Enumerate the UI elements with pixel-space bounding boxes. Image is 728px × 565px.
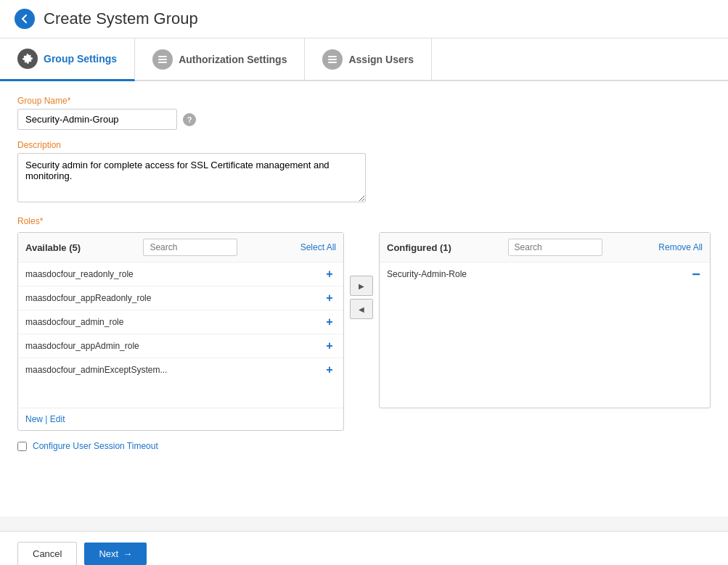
add-role-button[interactable]: + bbox=[323, 363, 336, 376]
authorization-icon bbox=[152, 49, 173, 70]
session-timeout-checkbox[interactable] bbox=[17, 442, 27, 451]
configured-roles-list: Security-Admin-Role − bbox=[380, 263, 710, 408]
group-name-group: Group Name* ? bbox=[17, 96, 711, 130]
roles-container: Available (5) Select All maasdocfour_rea… bbox=[17, 232, 711, 431]
transfer-right-button[interactable]: ▶ bbox=[350, 276, 373, 296]
help-icon[interactable]: ? bbox=[183, 113, 196, 126]
next-label: Next bbox=[99, 548, 118, 559]
tab-assign-users[interactable]: Assign Users bbox=[305, 38, 431, 80]
list-item: maasdocfour_adminExceptSystem... + bbox=[18, 358, 343, 382]
svg-rect-1 bbox=[158, 59, 167, 60]
role-name: Security-Admin-Role bbox=[387, 269, 467, 279]
available-panel: Available (5) Select All maasdocfour_rea… bbox=[17, 232, 344, 431]
configured-panel-header: Configured (1) Remove All bbox=[380, 233, 710, 263]
add-role-button[interactable]: + bbox=[323, 316, 336, 329]
available-search-input[interactable] bbox=[143, 239, 237, 256]
remove-all-link[interactable]: Remove All bbox=[658, 242, 703, 252]
svg-rect-5 bbox=[328, 62, 337, 63]
transfer-left-button[interactable]: ◀ bbox=[350, 299, 373, 319]
content-area: Group Name* ? Description Security admin… bbox=[0, 81, 728, 516]
list-item: maasdocfour_readonly_role + bbox=[18, 263, 343, 286]
footer-bar: Cancel Next → bbox=[0, 531, 728, 565]
svg-rect-0 bbox=[158, 56, 167, 57]
edit-role-link[interactable]: Edit bbox=[50, 414, 65, 424]
svg-rect-2 bbox=[158, 62, 167, 63]
tabs-bar: Group Settings Authorization Settings As… bbox=[0, 38, 728, 81]
group-name-input[interactable] bbox=[17, 109, 177, 130]
select-all-link[interactable]: Select All bbox=[300, 242, 336, 252]
configured-search-input[interactable] bbox=[508, 239, 602, 256]
available-roles-list: maasdocfour_readonly_role + maasdocfour_… bbox=[18, 263, 343, 408]
list-item: maasdocfour_appAdmin_role + bbox=[18, 334, 343, 358]
group-name-label: Group Name* bbox=[17, 96, 711, 106]
configured-panel-title: Configured (1) bbox=[387, 242, 451, 253]
list-item: maasdocfour_admin_role + bbox=[18, 310, 343, 334]
role-name: maasdocfour_adminExceptSystem... bbox=[25, 365, 167, 375]
role-name: maasdocfour_appAdmin_role bbox=[25, 341, 139, 351]
roles-label: Roles* bbox=[17, 216, 711, 226]
back-button[interactable] bbox=[15, 9, 35, 29]
next-button[interactable]: Next → bbox=[84, 543, 147, 565]
list-item: Security-Admin-Role − bbox=[380, 263, 710, 286]
add-role-button[interactable]: + bbox=[323, 268, 336, 281]
add-role-button[interactable]: + bbox=[323, 292, 336, 305]
role-name: maasdocfour_admin_role bbox=[25, 317, 123, 327]
role-name: maasdocfour_readonly_role bbox=[25, 269, 134, 279]
assign-users-icon bbox=[322, 49, 343, 70]
description-input[interactable]: Security admin for complete access for S… bbox=[17, 153, 366, 202]
tab-authorization-label: Authorization Settings bbox=[179, 54, 287, 65]
tab-group-settings-label: Group Settings bbox=[44, 53, 117, 65]
session-timeout-row: Configure User Session Timeout bbox=[17, 441, 711, 451]
next-arrow-icon: → bbox=[123, 548, 132, 559]
svg-rect-3 bbox=[328, 56, 337, 57]
list-item: maasdocfour_appReadonly_role + bbox=[18, 286, 343, 310]
page-header: Create System Group bbox=[0, 0, 728, 38]
configured-panel: Configured (1) Remove All Security-Admin… bbox=[379, 232, 711, 408]
gear-icon bbox=[17, 49, 38, 69]
remove-role-button[interactable]: − bbox=[690, 268, 703, 281]
description-group: Description Security admin for complete … bbox=[17, 140, 711, 205]
add-role-button[interactable]: + bbox=[323, 339, 336, 352]
role-name: maasdocfour_appReadonly_role bbox=[25, 293, 151, 303]
svg-rect-4 bbox=[328, 59, 337, 60]
session-timeout-label[interactable]: Configure User Session Timeout bbox=[33, 441, 158, 451]
cancel-button[interactable]: Cancel bbox=[17, 542, 77, 565]
tab-assign-users-label: Assign Users bbox=[348, 54, 413, 65]
roles-section: Roles* Available (5) Select All maasdocf… bbox=[17, 216, 711, 431]
group-name-row: ? bbox=[17, 109, 711, 130]
tab-authorization-settings[interactable]: Authorization Settings bbox=[135, 38, 305, 80]
transfer-buttons: ▶ ◀ bbox=[350, 276, 373, 319]
page-title: Create System Group bbox=[44, 9, 198, 28]
description-label: Description bbox=[17, 140, 711, 150]
available-panel-footer: New | Edit bbox=[18, 408, 343, 430]
tab-group-settings[interactable]: Group Settings bbox=[0, 38, 135, 81]
available-panel-title: Available (5) bbox=[25, 242, 81, 253]
new-role-link[interactable]: New bbox=[25, 414, 43, 424]
available-panel-header: Available (5) Select All bbox=[18, 233, 343, 263]
